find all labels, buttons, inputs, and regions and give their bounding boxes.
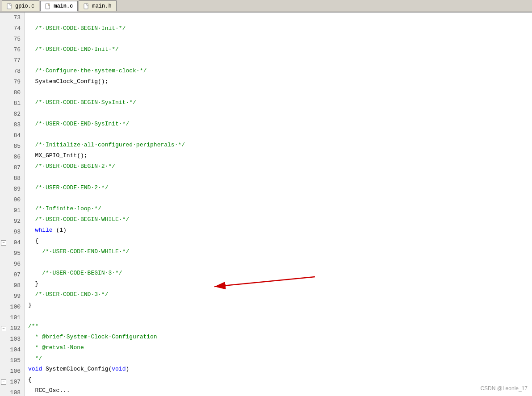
comment-text-104: * @retval·None [28,342,84,353]
line-number-79: 79 [0,77,24,88]
code-line-91: /*·Infinite·loop·*/ [28,204,532,214]
code-line-82 [28,108,532,119]
line-num-text-85: 85 [13,141,21,152]
line-number-74: 74 [0,23,24,34]
code-line-98: } [28,279,532,289]
line-number-86: 86 [0,152,24,163]
line-num-text-75: 75 [13,34,21,45]
line-number-90: 90 [0,195,24,205]
editor-area: 7374757677787980818283848586878889909192… [0,13,532,396]
line-num-text-100: 100 [10,302,21,313]
code-line-92: /*·USER·CODE·BEGIN·WHILE·*/ [28,214,532,225]
code-line-105: */ [28,353,532,364]
keyword-void-106: void [28,364,42,375]
comment-text-95: /*·USER·CODE·END·WHILE·*/ [28,246,129,257]
code-line-106: void SystemClock_Config(void) [28,364,532,375]
line-num-text-101: 101 [10,313,21,323]
line-number-80: 80 [0,88,24,98]
comment-text-89: /*·USER·CODE·END·2·*/ [28,183,108,193]
tab-mainh[interactable]: main.h [79,0,116,11]
code-line-101 [28,311,532,321]
line-num-text-102: 102 [10,323,21,334]
line-num-text-96: 96 [13,259,21,270]
fold-indicator-107[interactable]: − [1,379,6,385]
comment-text-99: /*·USER·CODE·END·3·*/ [28,289,108,300]
code-line-89: /*·USER·CODE·END·2·*/ [28,183,532,193]
code-line-88 [28,172,532,183]
line-number-103: 103 [0,334,24,345]
comment-text-78: /*·Configure·the·system·clock·*/ [28,66,147,76]
line-num-text-107: 107 [10,377,21,388]
line-num-text-90: 90 [13,195,21,205]
line-num-text-78: 78 [13,66,21,77]
file-icon-mainc [45,3,51,9]
tab-bar: gpio.c main.c main.h [0,0,532,13]
code-line-79: SystemClock_Config(); [28,76,532,87]
line-num-text-86: 86 [13,152,21,163]
code-line-103: * @brief·System·Clock·Configuration [28,332,532,342]
line-num-text-73: 73 [13,13,21,23]
line-number-78: 78 [0,66,24,77]
line-number-97: 97 [0,270,24,280]
line-number-102: −102 [0,323,24,334]
line-num-text-82: 82 [13,109,21,120]
code-line-94: { [28,236,532,246]
line-number-82: 82 [0,109,24,120]
line-number-84: 84 [0,130,24,141]
line-num-text-89: 89 [13,184,21,195]
code-line-81: /*·USER·CODE·BEGIN·SysInit·*/ [28,97,532,108]
comment-text-102: /** [28,321,38,332]
line-number-91: 91 [0,205,24,216]
comment-text-76: /*·USER·CODE·END·Init·*/ [28,44,119,55]
code-line-76: /*·USER·CODE·END·Init·*/ [28,44,532,55]
code-line-77 [28,55,532,66]
code-content: /*·USER·CODE·BEGIN·Init·*/ /*·USER·CODE·… [25,13,532,396]
line-num-text-91: 91 [13,205,21,216]
tab-mainh-label: main.h [92,3,111,9]
line-number-100: 100 [0,302,24,313]
comment-text-83: /*·USER·CODE·END·SysInit·*/ [28,119,129,129]
comment-text-81: /*·USER·CODE·BEGIN·SysInit·*/ [28,97,136,108]
line-num-text-83: 83 [13,120,21,130]
line-numbers: 7374757677787980818283848586878889909192… [0,13,25,396]
line-num-text-80: 80 [13,88,21,98]
line-number-88: 88 [0,173,24,184]
code-line-96 [28,257,532,268]
line-num-text-74: 74 [13,23,21,34]
code-line-85: /*·Initialize·all·configured·peripherals… [28,140,532,150]
line-num-text-79: 79 [13,77,21,88]
line-number-95: 95 [0,248,24,259]
line-num-text-94: 94 [13,238,21,248]
line-number-89: 89 [0,184,24,195]
line-num-text-77: 77 [13,55,21,66]
code-line-100: } [28,300,532,311]
code-line-90 [28,193,532,204]
comment-text-105: */ [28,353,42,364]
file-icon [7,3,13,9]
code-line-78: /*·Configure·the·system·clock·*/ [28,66,532,76]
comment-text-87: /*·USER·CODE·BEGIN·2·*/ [28,161,115,172]
line-num-text-97: 97 [13,270,21,280]
tab-mainc[interactable]: main.c [40,1,78,12]
code-line-83: /*·USER·CODE·END·SysInit·*/ [28,119,532,129]
line-num-text-95: 95 [13,248,21,259]
line-number-94: −94 [0,238,24,248]
line-number-104: 104 [0,345,24,355]
comment-text-91: /*·Infinite·loop·*/ [28,204,101,214]
fold-indicator-102[interactable]: − [1,326,6,331]
line-num-text-103: 103 [10,334,21,345]
line-number-75: 75 [0,34,24,45]
code-line-87: /*·USER·CODE·BEGIN·2·*/ [28,161,532,172]
fold-indicator-94[interactable]: − [1,240,6,246]
line-num-text-99: 99 [13,291,21,302]
comment-text-85: /*·Initialize·all·configured·peripherals… [28,140,185,150]
line-num-text-104: 104 [10,345,21,355]
tab-gpio[interactable]: gpio.c [2,0,39,11]
code-line-107: { [28,375,532,385]
line-number-98: 98 [0,280,24,291]
tab-gpio-label: gpio.c [15,3,34,9]
line-num-text-105: 105 [10,355,21,366]
line-num-text-87: 87 [13,163,21,173]
line-number-96: 96 [0,259,24,270]
code-line-86: MX_GPIO_Init(); [28,150,532,161]
